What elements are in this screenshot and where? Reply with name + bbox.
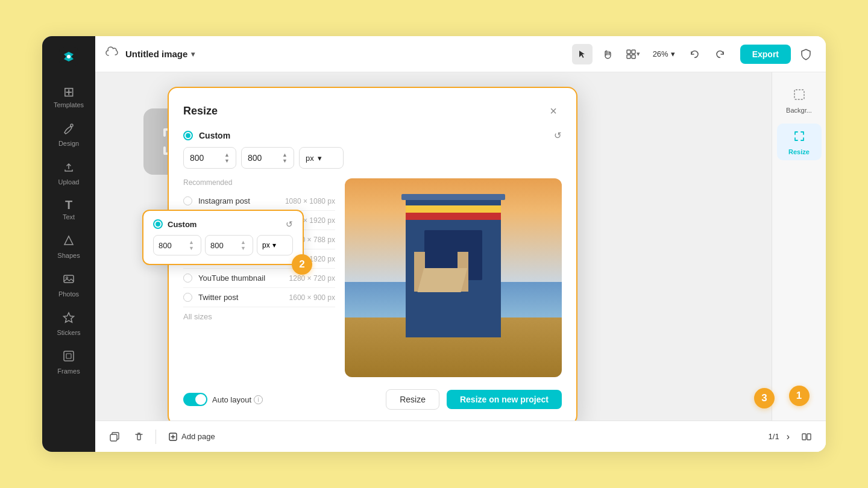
preset-dims-twitter: 1600 × 900 px	[289, 293, 335, 302]
sidebar-item-stickers[interactable]: Stickers	[47, 305, 90, 341]
shield-icon[interactable]	[796, 44, 816, 64]
auto-layout-toggle[interactable]	[183, 393, 207, 406]
height-spinner[interactable]: ▲▼	[282, 152, 288, 164]
mini-height-input[interactable]	[210, 241, 238, 250]
svg-point-4	[66, 277, 68, 279]
photos-icon	[62, 272, 75, 288]
bottom-toolbar: Add page 1/1 ›	[95, 421, 826, 452]
add-page-button[interactable]: Add page	[163, 428, 220, 445]
background-icon	[793, 88, 806, 104]
zoom-button[interactable]: 26% ▾	[648, 46, 680, 62]
sidebar-item-templates[interactable]: ⊞ Templates	[47, 80, 90, 113]
height-input[interactable]	[248, 153, 278, 163]
svg-rect-3	[64, 275, 74, 283]
sidebar: ⊞ Templates Design Upload T Text	[42, 36, 95, 452]
text-icon: T	[65, 199, 72, 211]
sidebar-item-frames-label: Frames	[57, 368, 80, 375]
tower-railing	[401, 194, 506, 200]
sidebar-item-frames[interactable]: Frames	[47, 343, 90, 380]
sidebar-item-photos-label: Photos	[58, 290, 79, 298]
sidebar-item-photos[interactable]: Photos	[47, 266, 90, 302]
export-button[interactable]: Export	[740, 45, 791, 64]
page-navigation: 1/1 ›	[769, 427, 816, 446]
app-logo[interactable]	[55, 43, 82, 70]
svg-rect-6	[66, 354, 71, 358]
width-spinner[interactable]: ▲▼	[224, 152, 230, 164]
stickers-icon	[62, 311, 75, 327]
svg-rect-14	[802, 434, 806, 440]
sidebar-item-design[interactable]: Design	[47, 116, 90, 152]
tower-stripe-red	[406, 213, 501, 220]
panel-background-label: Backgr...	[786, 107, 812, 114]
svg-rect-7	[627, 50, 631, 54]
preset-instagram-post[interactable]: Instagram post 1080 × 1080 px	[183, 192, 335, 211]
resize-button[interactable]: Resize	[386, 389, 439, 410]
right-panel: Backgr... Resize	[772, 72, 826, 421]
main-content: Untitled image ▾	[95, 36, 826, 452]
custom-option-row: Custom ↺	[183, 130, 562, 141]
page-overview-button[interactable]	[797, 427, 816, 446]
mini-width-spinner[interactable]: ▲▼	[189, 239, 194, 251]
hand-tool-button[interactable]	[597, 44, 618, 64]
preset-youtube-thumbnail[interactable]: YouTube thumbnail 1280 × 720 px	[183, 269, 335, 288]
upload-icon	[62, 160, 75, 176]
sidebar-item-text-label: Text	[63, 213, 75, 221]
sidebar-item-design-label: Design	[58, 140, 79, 147]
mini-height-container: ▲▼	[205, 235, 253, 255]
step-2-badge: 2	[292, 254, 312, 275]
auto-layout-label: Auto layout i	[212, 395, 263, 404]
delete-page-button[interactable]	[129, 427, 148, 446]
sidebar-item-text[interactable]: T Text	[47, 193, 90, 225]
shapes-icon	[62, 234, 75, 249]
preview-image	[345, 178, 562, 377]
mini-custom-label: Custom	[168, 220, 197, 229]
mini-resize-panel: Custom ↺ ▲▼ ▲▼ px	[142, 210, 304, 265]
sidebar-item-upload[interactable]: Upload	[47, 154, 90, 190]
width-input[interactable]	[190, 153, 220, 163]
undo-button[interactable]	[685, 44, 705, 64]
refresh-icon[interactable]: ↺	[554, 130, 562, 141]
auto-layout-info-icon[interactable]: i	[254, 395, 263, 404]
step-3-badge: 3	[754, 388, 775, 408]
dialog-footer: Auto layout i Resize Resize on new proje…	[183, 389, 562, 410]
svg-rect-8	[632, 50, 635, 54]
preset-radio-instagram-post	[183, 196, 192, 205]
mini-height-spinner[interactable]: ▲▼	[241, 239, 246, 251]
mini-refresh-icon[interactable]: ↺	[286, 219, 293, 229]
dialog-title: Resize	[183, 105, 218, 117]
workspace: Resize × Custom ↺	[95, 72, 826, 421]
redo-button[interactable]	[710, 44, 731, 64]
duplicate-page-button[interactable]	[105, 427, 124, 446]
cloud-icon[interactable]	[105, 46, 118, 62]
next-page-button[interactable]: ›	[783, 429, 793, 445]
add-page-label: Add page	[181, 432, 215, 441]
preset-dims-instagram-post: 1080 × 1080 px	[285, 197, 335, 205]
mini-width-input[interactable]	[159, 241, 186, 250]
dimension-inputs: ▲▼ ▲▼ px ▾	[183, 147, 562, 169]
image-preview	[345, 178, 562, 377]
preset-twitter-post[interactable]: Twitter post 1600 × 900 px	[183, 288, 335, 307]
svg-point-1	[67, 55, 71, 58]
sidebar-item-shapes[interactable]: Shapes	[47, 228, 90, 264]
height-input-container: ▲▼	[241, 147, 294, 169]
frames-icon	[62, 349, 75, 365]
sidebar-item-stickers-label: Stickers	[57, 329, 80, 336]
all-sizes-link[interactable]: All sizes	[183, 312, 335, 321]
preset-name-instagram-post: Instagram post	[198, 196, 279, 205]
mini-unit-select[interactable]: px ▾	[257, 235, 293, 255]
unit-select[interactable]: px ▾	[299, 147, 344, 169]
document-title[interactable]: Untitled image ▾	[125, 49, 195, 59]
resize-new-project-button[interactable]: Resize on new project	[447, 390, 562, 409]
panel-item-background[interactable]: Backgr...	[777, 82, 822, 119]
panel-item-resize[interactable]: Resize	[777, 124, 822, 160]
mini-custom-radio[interactable]	[153, 219, 163, 229]
custom-radio[interactable]	[183, 131, 193, 140]
svg-rect-15	[807, 434, 811, 440]
canvas-area[interactable]: Resize × Custom ↺	[95, 72, 772, 421]
layout-tool-button[interactable]: ▾	[623, 44, 643, 64]
preset-radio-twitter	[183, 293, 192, 302]
cursor-tool-button[interactable]	[572, 44, 593, 64]
dialog-close-button[interactable]: ×	[545, 102, 562, 119]
header-tools: ▾ 26% ▾ Expor	[572, 44, 816, 64]
toolbar-divider	[156, 430, 156, 444]
